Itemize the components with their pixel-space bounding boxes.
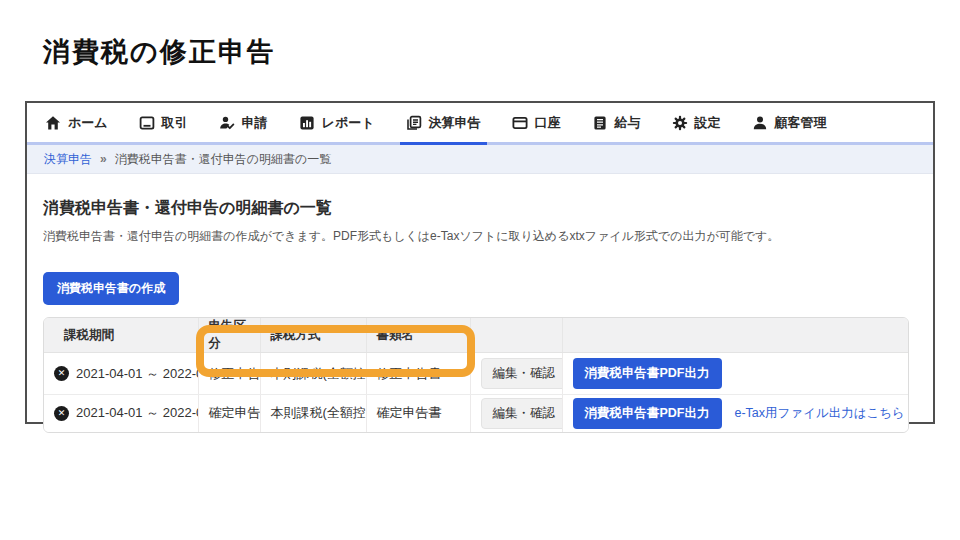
nav-item-label: 給与	[615, 114, 641, 132]
nav-item-settings[interactable]: 設定	[672, 103, 721, 142]
tax-method-value: 本則課税(全額控除)	[260, 395, 366, 432]
pdf-export-button[interactable]: 消費税申告書PDF出力	[573, 398, 722, 429]
reports-icon	[299, 115, 315, 131]
col-header-empty-1	[470, 318, 562, 353]
section-heading: 消費税申告書・還付申告の明細書の一覧	[43, 198, 917, 219]
nav-item-label: レポート	[322, 114, 375, 132]
col-header-empty-2	[562, 318, 909, 353]
nav-item-reports[interactable]: レポート	[299, 103, 375, 142]
create-return-button[interactable]: 消費税申告書の作成	[43, 272, 179, 305]
payroll-icon	[592, 115, 608, 131]
returns-table: 課税期間 申告区分 課税方式 書類名 ✕ 2021-04-01 ～ 2022	[43, 317, 909, 433]
page-title: 消費税の修正申告	[43, 34, 276, 70]
col-header-return-type: 申告区分	[198, 318, 260, 353]
accounts-icon	[512, 115, 528, 131]
tax-filing-icon	[406, 115, 422, 131]
document-name-value: 確定申告書	[366, 395, 470, 432]
nav-item-label: 顧客管理	[775, 114, 827, 132]
edit-confirm-button[interactable]: 編集・確認	[481, 358, 563, 389]
nav-item-payroll[interactable]: 給与	[592, 103, 641, 142]
document-name-value: 修正申告書	[366, 353, 470, 395]
breadcrumb-current: 消費税申告書・還付申告の明細書の一覧	[115, 151, 332, 168]
table-header-row: 課税期間 申告区分 課税方式 書類名	[44, 318, 909, 353]
pdf-export-button[interactable]: 消費税申告書PDF出力	[573, 358, 722, 389]
home-icon	[45, 115, 61, 131]
tax-method-value: 本則課税(全額控除)	[260, 353, 366, 395]
edit-confirm-button[interactable]: 編集・確認	[481, 398, 563, 429]
section-description: 消費税申告書・還付申告の明細書の作成ができます。PDF形式もしくはe-Taxソフ…	[43, 228, 917, 245]
breadcrumb-separator: »	[100, 152, 107, 166]
return-type-value: 修正申告	[198, 353, 260, 395]
etax-export-link[interactable]: e-Tax用ファイル出力はこちら	[735, 406, 905, 420]
nav-item-label: 決算申告	[429, 114, 481, 132]
nav-item-applications[interactable]: 申請	[219, 103, 268, 142]
main-content: 消費税申告書・還付申告の明細書の一覧 消費税申告書・還付申告の明細書の作成ができ…	[27, 174, 933, 433]
crm-icon	[752, 115, 768, 131]
top-navbar: ホーム 取引 申請 レポート 決算申告 口座 給与 設定	[27, 103, 933, 145]
breadcrumb: 決算申告 » 消費税申告書・還付申告の明細書の一覧	[27, 145, 933, 174]
nav-item-label: 申請	[242, 114, 268, 132]
nav-item-label: ホーム	[68, 114, 108, 132]
breadcrumb-link-tax-filing[interactable]: 決算申告	[44, 151, 92, 168]
col-header-tax-method: 課税方式	[260, 318, 366, 353]
nav-item-transactions[interactable]: 取引	[139, 103, 188, 142]
nav-item-label: 設定	[695, 114, 721, 132]
table-row-amended-return: ✕ 2021-04-01 ～ 2022-03-31 修正申告 本則課税(全額控除…	[44, 353, 909, 395]
transactions-icon	[139, 115, 155, 131]
taxable-period-value: 2021-04-01 ～ 2022-03-31	[76, 365, 198, 383]
remove-icon[interactable]: ✕	[54, 406, 69, 421]
applications-icon	[219, 115, 235, 131]
return-type-value: 確定申告	[198, 395, 260, 432]
settings-icon	[672, 115, 688, 131]
col-header-document-name: 書類名	[366, 318, 470, 353]
nav-item-crm[interactable]: 顧客管理	[752, 103, 827, 142]
taxable-period-value: 2021-04-01 ～ 2022-03-31	[76, 404, 198, 422]
col-header-taxable-period: 課税期間	[44, 318, 198, 353]
nav-item-label: 口座	[535, 114, 561, 132]
nav-item-accounts[interactable]: 口座	[512, 103, 561, 142]
app-window: ホーム 取引 申請 レポート 決算申告 口座 給与 設定	[25, 101, 935, 424]
nav-item-home[interactable]: ホーム	[45, 103, 108, 142]
table-row-final-return: ✕ 2021-04-01 ～ 2022-03-31 確定申告 本則課税(全額控除…	[44, 395, 909, 432]
nav-item-tax-filing[interactable]: 決算申告	[406, 103, 481, 142]
remove-icon[interactable]: ✕	[54, 366, 69, 381]
nav-item-label: 取引	[162, 114, 188, 132]
